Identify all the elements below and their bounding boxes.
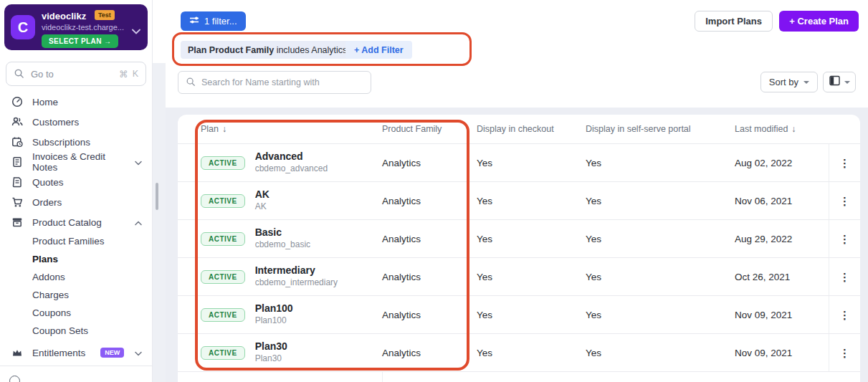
create-plan-button[interactable]: + Create Plan [779, 11, 859, 32]
sidebar-item-label: Customers [32, 117, 79, 128]
status-badge: ACTIVE [201, 270, 245, 284]
filters-button-label: 1 filter... [204, 16, 237, 27]
status-badge: ACTIVE [201, 156, 245, 170]
sidebar-item-charges[interactable]: Charges [0, 286, 152, 304]
sort-desc-icon: ↓ [222, 124, 226, 134]
sidebar-item-addons[interactable]: Addons [0, 268, 152, 286]
sidebar-item-product-families[interactable]: Product Families [0, 232, 152, 250]
column-header-plan[interactable]: Plan ↓ [201, 124, 382, 134]
product-family-cell: Analytics [382, 234, 477, 244]
table-row[interactable]: ACTIVE Advanced cbdemo_advanced Analytic… [178, 143, 860, 181]
plan-name: Basic [255, 226, 310, 239]
caret-down-icon [844, 81, 850, 84]
sidebar-item-home[interactable]: Home [0, 92, 152, 112]
crown-icon [11, 347, 23, 358]
product-family-cell: Analytics [382, 272, 477, 282]
display-checkout-cell: Yes [477, 272, 586, 282]
org-switcher[interactable]: C videoclikz Test videoclikz-test.charge… [4, 4, 148, 50]
goto-search-input[interactable]: Go to ⌘ K [6, 62, 146, 86]
sidebar-sub-label: Plans [32, 254, 58, 264]
sliders-icon [189, 16, 199, 27]
chevron-up-icon [135, 217, 142, 228]
filters-button[interactable]: 1 filter... [181, 11, 246, 31]
table-row[interactable]: ACTIVE Plan100 Plan100 Analytics Yes Yes… [178, 295, 860, 333]
sidebar-item-label: Invoices & Credit Notes [32, 151, 125, 173]
status-badge: ACTIVE [201, 346, 245, 360]
plans-table-card: Plan ↓ Product Family Display in checkou… [178, 115, 860, 382]
product-family-cell: Analytics [382, 310, 477, 320]
plan-cell: ACTIVE Basic cbdemo_basic [201, 226, 382, 250]
last-modified-cell: Aug 02, 2022 [735, 158, 829, 168]
sidebar-item-label: Entitlements [32, 348, 85, 358]
search-input[interactable]: Search for Name starting with [178, 71, 371, 94]
display-portal-cell: Yes [586, 158, 735, 168]
sidebar-sub-label: Charges [32, 290, 69, 300]
settings-icon[interactable] [9, 376, 20, 382]
quote-doc-icon [11, 176, 23, 188]
sidebar-item-orders[interactable]: Orders [0, 192, 152, 212]
search-icon [14, 68, 25, 80]
kebab-menu-icon[interactable]: ⋮ [839, 348, 850, 358]
select-plan-button[interactable]: SELECT PLAN → [42, 34, 118, 48]
sidebar-sub-label: Product Families [32, 236, 105, 247]
display-portal-cell: Yes [586, 348, 735, 358]
sidebar-item-customers[interactable]: Customers [0, 112, 152, 132]
sidebar-item-coupons[interactable]: Coupons [0, 304, 152, 322]
chevron-down-icon[interactable] [132, 24, 140, 37]
column-settings-button[interactable] [823, 72, 856, 92]
people-icon [11, 116, 23, 128]
sidebar-item-plans[interactable]: Plans [0, 250, 152, 268]
sidebar-item-invoices[interactable]: Invoices & Credit Notes [0, 152, 152, 172]
product-family-cell: Analytics [382, 158, 477, 168]
new-badge: NEW [100, 348, 124, 358]
column-header-product-family: Product Family [382, 124, 477, 134]
sidebar-divider [0, 366, 152, 366]
plan-cell: ACTIVE Intermediary cbdemo_intermediary [201, 264, 382, 288]
sidebar-item-subscriptions[interactable]: Subscriptions [0, 132, 152, 152]
table-row[interactable]: ACTIVE Plan30 Plan30 Analytics Yes Yes N… [178, 333, 860, 371]
sidebar-item-quotes[interactable]: Quotes [0, 172, 152, 192]
kebab-menu-icon[interactable]: ⋮ [839, 234, 850, 244]
sidebar-sub-label: Coupon Sets [32, 325, 88, 336]
display-checkout-cell: Yes [477, 234, 586, 244]
sort-by-button[interactable]: Sort by [760, 72, 818, 92]
table-row[interactable]: ACTIVE Intermediary cbdemo_intermediary … [178, 257, 860, 295]
status-badge: ACTIVE [201, 232, 245, 246]
display-checkout-cell: Yes [477, 310, 586, 320]
chevron-down-icon [135, 348, 142, 358]
sidebar-scrollbar[interactable] [156, 183, 158, 210]
sidebar-item-label: Subscriptions [32, 137, 90, 148]
column-label: Display in checkout [477, 124, 554, 134]
plan-code: Plan30 [255, 353, 287, 365]
last-modified-cell: Nov 09, 2021 [735, 348, 829, 358]
last-modified-cell: Nov 06, 2021 [735, 196, 829, 206]
sidebar-item-entitlements[interactable]: Entitlements NEW [0, 343, 152, 363]
sidebar-item-coupon-sets[interactable]: Coupon Sets [0, 322, 152, 340]
display-checkout-cell: Yes [477, 348, 586, 358]
sidebar-item-product-catalog[interactable]: Product Catalog [0, 212, 152, 232]
kebab-menu-icon[interactable]: ⋮ [839, 272, 850, 282]
table-row[interactable]: ACTIVE AK AK Analytics Yes Yes Nov 06, 2… [178, 181, 860, 219]
kebab-menu-icon[interactable]: ⋮ [839, 196, 850, 206]
plan-cell: ACTIVE Advanced cbdemo_advanced [201, 151, 382, 174]
chevron-down-icon [135, 157, 142, 168]
table-row[interactable]: ACTIVE Basic cbdemo_basic Analytics Yes … [178, 219, 860, 257]
plan-name: Advanced [255, 151, 328, 163]
import-plans-button[interactable]: Import Plans [695, 11, 773, 32]
kebab-menu-icon[interactable]: ⋮ [839, 158, 850, 168]
display-portal-cell: Yes [586, 196, 735, 206]
plan-code: AK [255, 201, 270, 213]
caret-down-icon [803, 81, 809, 84]
column-label: Last modified [735, 124, 788, 134]
env-test-badge: Test [95, 10, 115, 20]
active-filter-chip[interactable]: Plan Product Family includes Analytics [181, 41, 354, 59]
add-filter-button[interactable]: + Add Filter [345, 41, 412, 59]
gauge-icon [11, 96, 23, 108]
toolbar-area: 1 filter... Plan Product Family includes… [166, 0, 868, 108]
plan-cell: ACTIVE Plan30 Plan30 [201, 340, 382, 364]
sidebar-item-label: Home [32, 97, 58, 108]
column-header-last-modified[interactable]: Last modified ↓ [735, 124, 829, 134]
kebab-menu-icon[interactable]: ⋮ [839, 310, 850, 320]
status-badge: ACTIVE [201, 308, 245, 322]
table-row-partial[interactable]: ACTIVE [178, 371, 860, 382]
